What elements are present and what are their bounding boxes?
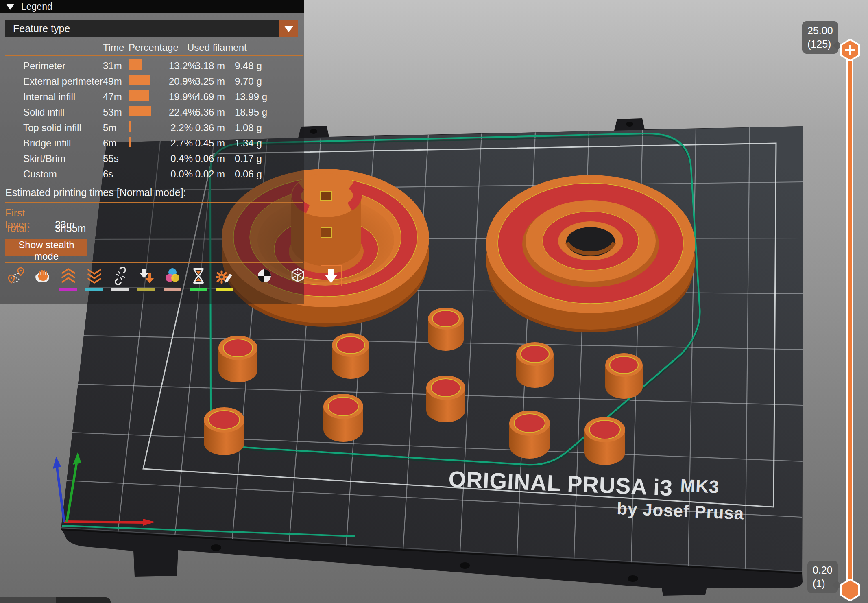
feature-label: Perimeter xyxy=(23,60,103,72)
feature-time: 53m xyxy=(103,107,129,118)
bottom-panel-edge xyxy=(0,597,56,603)
feature-time: 6s xyxy=(103,168,129,180)
feature-type-row: Internal infill 47m 19.9% 4.69 m 13.99 g xyxy=(0,89,304,105)
times-rule xyxy=(5,202,303,203)
feature-type-row: Custom 6s 0.0% 0.02 m 0.06 g xyxy=(0,166,304,182)
custom-gcodes-icon[interactable] xyxy=(214,265,235,291)
feature-percent-bar xyxy=(129,137,131,147)
tool-changes-icon[interactable] xyxy=(136,265,157,291)
feature-percent: 2.7% xyxy=(169,138,193,149)
bottom-layer-number: (1) xyxy=(813,577,833,590)
feature-label: Bridge infill xyxy=(23,138,103,149)
feature-time: 55s xyxy=(103,153,129,164)
feature-label: Top solid infill xyxy=(23,122,103,133)
feature-percent-bar xyxy=(129,168,129,178)
view-type-value: Feature type xyxy=(5,23,70,35)
feature-label: Skirt/Brim xyxy=(23,153,103,164)
bottom-layer-height: 0.20 xyxy=(813,564,833,577)
column-used-filament: Used filament xyxy=(187,42,304,53)
feature-filament-weight: 1.34 g xyxy=(225,138,304,149)
center-of-gravity-icon[interactable] xyxy=(254,265,275,291)
wipe-moves-icon[interactable] xyxy=(32,265,53,291)
feature-filament-weight: 1.08 g xyxy=(225,122,304,133)
total-time-row: Total: 3h55m xyxy=(5,223,86,234)
feature-type-row: Bridge infill 6m 2.7% 0.45 m 1.34 g xyxy=(0,135,304,151)
pause-prints-icon[interactable] xyxy=(188,265,209,291)
feature-filament-weight: 9.48 g xyxy=(225,60,304,72)
bed-brand-model: MK3 xyxy=(680,475,720,497)
feature-percent-bar xyxy=(129,152,129,163)
show-stealth-mode-button[interactable]: Show stealth mode xyxy=(5,239,87,256)
bottom-panel-tab[interactable] xyxy=(56,597,111,603)
deretractions-icon[interactable] xyxy=(84,265,105,291)
layer-slider-bottom-tooltip: 0.20 (1) xyxy=(807,561,838,593)
feature-time: 6m xyxy=(103,138,129,149)
total-label: Total: xyxy=(5,223,52,234)
column-percentage: Percentage xyxy=(129,42,193,53)
column-time: Time xyxy=(103,42,129,53)
feature-type-row: External perimeter 49m 20.9% 3.25 m 9.70… xyxy=(0,74,304,89)
feature-time: 49m xyxy=(103,76,129,87)
feature-percent: 19.9% xyxy=(169,91,193,103)
chevron-down-icon xyxy=(284,26,294,32)
feature-label: Internal infill xyxy=(23,91,103,103)
feature-percent: 0.0% xyxy=(169,168,193,180)
layer-slider-upper-handle[interactable] xyxy=(839,38,861,62)
feature-type-row: Skirt/Brim 55s 0.4% 0.06 m 0.17 g xyxy=(0,151,304,166)
legend-collapse-icon[interactable] xyxy=(6,4,14,10)
feature-percent: 0.4% xyxy=(169,153,193,164)
layer-slider-track[interactable] xyxy=(846,48,853,590)
header-rule xyxy=(5,55,303,56)
feature-filament-weight: 0.17 g xyxy=(225,153,304,164)
feature-label: Custom xyxy=(23,168,103,180)
feature-label: Solid infill xyxy=(23,107,103,118)
feature-time: 31m xyxy=(103,60,129,72)
top-layer-number: (125) xyxy=(807,37,833,51)
feature-type-row: Solid infill 53m 22.4% 6.36 m 18.95 g xyxy=(0,105,304,120)
legend-panel: Legend Feature type Time Percentage Used… xyxy=(0,0,304,304)
feature-percent-bar xyxy=(129,106,151,116)
feature-percent-bar xyxy=(129,59,142,70)
estimated-times-heading: Estimated printing times [Normal mode]: xyxy=(5,187,186,199)
top-layer-height: 25.00 xyxy=(807,24,833,37)
feature-type-row: Top solid infill 5m 2.2% 0.36 m 1.08 g xyxy=(0,120,304,135)
feature-filament-weight: 13.99 g xyxy=(225,91,304,103)
feature-filament-weight: 0.06 g xyxy=(225,168,304,180)
toolbar-rule xyxy=(5,262,303,263)
prusaslicer-preview-window: ORIGINAL PRUSA i3 MK3 by Josef Prusa xyxy=(0,0,868,603)
legend-title: Legend xyxy=(21,1,52,12)
feature-percent: 22.4% xyxy=(169,107,193,118)
legend-table-header: Time Percentage Used filament xyxy=(0,40,304,55)
legend-header: Legend xyxy=(0,0,304,13)
shells-icon[interactable] xyxy=(287,265,308,291)
feature-percent-bar xyxy=(129,75,150,85)
feature-filament-length: 0.06 m xyxy=(193,153,225,164)
feature-filament-length: 3.18 m xyxy=(193,60,225,72)
color-changes-icon[interactable] xyxy=(162,265,183,291)
layer-slider-lower-handle[interactable] xyxy=(839,578,861,602)
feature-filament-length: 0.45 m xyxy=(193,138,225,149)
feature-percent-bar xyxy=(129,90,149,101)
feature-filament-weight: 9.70 g xyxy=(225,76,304,87)
layer-slider-top-tooltip: 25.00 (125) xyxy=(802,21,838,54)
feature-percent-bar xyxy=(129,121,131,132)
travel-paths-icon[interactable] xyxy=(6,265,27,291)
feature-percent: 2.2% xyxy=(169,122,193,133)
feature-filament-length: 6.36 m xyxy=(193,107,225,118)
total-value: 3h55m xyxy=(55,223,86,234)
feature-filament-length: 4.69 m xyxy=(193,91,225,103)
feature-filament-length: 0.36 m xyxy=(193,122,225,133)
toolhead-marker-icon[interactable] xyxy=(321,265,342,291)
seams-icon[interactable] xyxy=(110,265,131,291)
feature-label: External perimeter xyxy=(23,76,103,87)
feature-type-row: Perimeter 31m 13.2% 3.18 m 9.48 g xyxy=(0,58,304,74)
retractions-icon[interactable] xyxy=(58,265,79,291)
feature-percent: 20.9% xyxy=(169,76,193,87)
preview-options-toolbar xyxy=(6,265,347,291)
dropdown-arrow-button[interactable] xyxy=(279,20,298,37)
feature-time: 47m xyxy=(103,91,129,103)
feature-time: 5m xyxy=(103,122,129,133)
view-type-dropdown[interactable]: Feature type xyxy=(5,20,298,37)
feature-filament-length: 0.02 m xyxy=(193,168,225,180)
print-object-right-ring xyxy=(486,175,695,332)
